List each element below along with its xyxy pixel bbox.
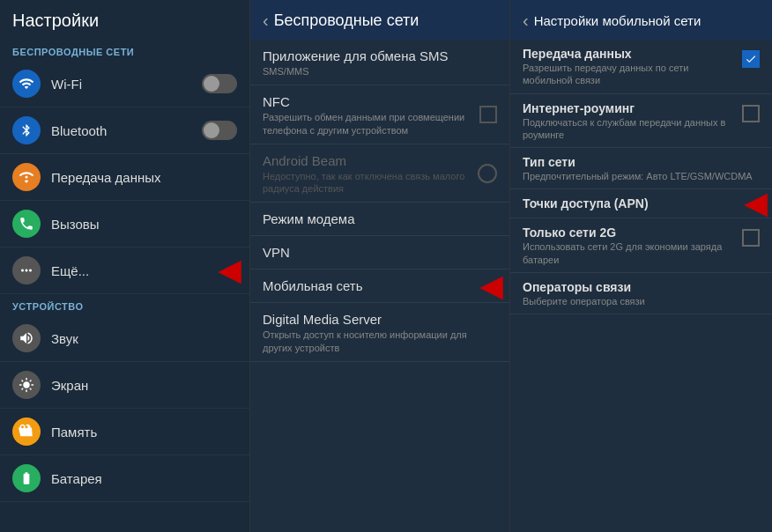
display-icon bbox=[12, 371, 41, 399]
middle-panel: ‹ Беспроводные сети Приложение для обмен… bbox=[250, 0, 510, 532]
sound-icon bbox=[12, 324, 41, 352]
mid-item-nfc[interactable]: NFC Разрешить обмен данными при совмещен… bbox=[250, 85, 509, 144]
svg-point-0 bbox=[26, 176, 28, 179]
right-item-network-type[interactable]: Тип сети Предпочтительный режим: Авто LT… bbox=[510, 148, 772, 189]
modem-title: Режим модема bbox=[263, 211, 497, 226]
right-panel: ‹ Настройки мобильной сети Передача данн… bbox=[510, 0, 772, 532]
sidebar-item-calls[interactable]: Вызовы bbox=[0, 201, 249, 248]
calls-label: Вызовы bbox=[51, 217, 237, 232]
android-beam-toggle bbox=[478, 164, 497, 183]
left-panel-header: Настройки bbox=[0, 0, 249, 40]
right-item-roaming[interactable]: Интернет-роуминг Подключаться к службам … bbox=[510, 94, 772, 149]
calls-icon bbox=[12, 210, 41, 238]
2g-checkbox[interactable] bbox=[742, 229, 760, 247]
more-red-arrow: ◀ bbox=[219, 256, 241, 284]
bluetooth-label: Bluetooth bbox=[51, 123, 202, 138]
sidebar-item-sound[interactable]: Звук bbox=[0, 315, 249, 362]
android-beam-subtitle: Недоступно, так как отключена связь мало… bbox=[263, 170, 465, 196]
section-device: УСТРОЙСТВО bbox=[0, 294, 249, 315]
right-back-arrow[interactable]: ‹ bbox=[523, 11, 529, 31]
mobile-net-title: Мобильная сеть bbox=[263, 278, 497, 293]
middle-panel-header: ‹ Беспроводные сети bbox=[250, 0, 509, 40]
more-label: Ещё... bbox=[51, 263, 237, 278]
sidebar-item-storage[interactable]: Память bbox=[0, 409, 249, 455]
more-icon bbox=[12, 256, 41, 284]
dms-subtitle: Открыть доступ к носителю информации для… bbox=[263, 329, 497, 354]
sidebar-item-display[interactable]: Экран bbox=[0, 362, 249, 409]
middle-panel-title: Беспроводные сети bbox=[274, 11, 419, 30]
mid-item-sms[interactable]: Приложение для обмена SMS SMS/MMS bbox=[250, 40, 509, 85]
operators-title: Операторы связи bbox=[523, 280, 760, 294]
mid-item-modem[interactable]: Режим модема bbox=[250, 203, 509, 236]
apn-title: Точки доступа (APN) bbox=[523, 196, 760, 211]
wifi-icon bbox=[12, 70, 41, 98]
roaming-subtitle: Подключаться к службам передачи данных в… bbox=[523, 116, 731, 142]
sms-subtitle: SMS/MMS bbox=[263, 65, 497, 78]
right-item-2g[interactable]: Только сети 2G Использовать сети 2G для … bbox=[510, 218, 772, 273]
storage-icon bbox=[12, 417, 41, 446]
data-transfer-checkbox[interactable] bbox=[742, 50, 760, 68]
middle-back-arrow[interactable]: ‹ bbox=[263, 11, 269, 31]
right-item-data-transfer[interactable]: Передача данных Разрешить передачу данны… bbox=[510, 40, 772, 94]
display-label: Экран bbox=[51, 378, 237, 393]
battery-icon bbox=[12, 464, 41, 492]
bluetooth-icon bbox=[12, 116, 41, 144]
network-type-subtitle: Предпочтительный режим: Авто LTE/GSM/WCD… bbox=[523, 170, 760, 182]
nfc-subtitle: Разрешить обмен данными при совмещении т… bbox=[263, 111, 465, 137]
left-panel-title: Настройки bbox=[12, 11, 237, 31]
battery-label: Батарея bbox=[51, 471, 237, 486]
roaming-title: Интернет-роуминг bbox=[523, 101, 731, 115]
mid-item-vpn[interactable]: VPN bbox=[250, 236, 509, 270]
data-transfer-title: Передача данных bbox=[523, 47, 731, 61]
network-type-title: Тип сети bbox=[523, 155, 760, 169]
sidebar-item-bluetooth[interactable]: Bluetooth bbox=[0, 107, 249, 154]
data-icon bbox=[12, 163, 41, 191]
wifi-toggle[interactable] bbox=[202, 74, 237, 93]
sidebar-item-wifi[interactable]: Wi-Fi bbox=[0, 61, 249, 107]
sidebar-item-battery[interactable]: Батарея bbox=[0, 455, 249, 502]
bluetooth-toggle[interactable] bbox=[202, 121, 237, 140]
right-panel-title: Настройки мобильной сети bbox=[534, 13, 701, 28]
storage-label: Память bbox=[51, 425, 237, 440]
mid-item-android-beam: Android Beam Недоступно, так как отключе… bbox=[250, 144, 509, 203]
sound-label: Звук bbox=[51, 331, 237, 346]
sidebar-item-data[interactable]: Передача данных bbox=[0, 154, 249, 201]
sidebar-item-more[interactable]: Ещё... ◀ bbox=[0, 248, 249, 294]
wifi-label: Wi-Fi bbox=[51, 77, 202, 92]
section-wireless: БЕСПРОВОДНЫЕ СЕТИ bbox=[0, 40, 249, 61]
data-label: Передача данных bbox=[51, 170, 237, 185]
apn-red-arrow: ◀ bbox=[745, 187, 767, 220]
right-panel-header: ‹ Настройки мобильной сети bbox=[510, 0, 772, 40]
operators-subtitle: Выберите оператора связи bbox=[523, 295, 760, 307]
vpn-title: VPN bbox=[263, 245, 497, 260]
dms-title: Digital Media Server bbox=[263, 312, 497, 327]
right-item-operators[interactable]: Операторы связи Выберите оператора связи bbox=[510, 273, 772, 314]
mid-item-mobile-net[interactable]: Мобильная сеть ◀ bbox=[250, 270, 509, 303]
2g-subtitle: Использовать сети 2G для экономии заряда… bbox=[523, 240, 731, 266]
data-transfer-subtitle: Разрешить передачу данных по сети мобиль… bbox=[523, 62, 731, 87]
android-beam-title: Android Beam bbox=[263, 153, 465, 168]
left-panel: Настройки БЕСПРОВОДНЫЕ СЕТИ Wi-Fi Blueto… bbox=[0, 0, 250, 532]
roaming-checkbox[interactable] bbox=[742, 105, 760, 122]
sms-title: Приложение для обмена SMS bbox=[263, 48, 497, 63]
right-item-apn[interactable]: Точки доступа (APN) ◀ bbox=[510, 189, 772, 218]
mid-item-dms[interactable]: Digital Media Server Открыть доступ к но… bbox=[250, 303, 509, 362]
nfc-checkbox[interactable] bbox=[479, 106, 497, 123]
2g-title: Только сети 2G bbox=[523, 225, 731, 240]
mobile-net-red-arrow: ◀ bbox=[480, 270, 502, 303]
nfc-title: NFC bbox=[263, 94, 465, 109]
